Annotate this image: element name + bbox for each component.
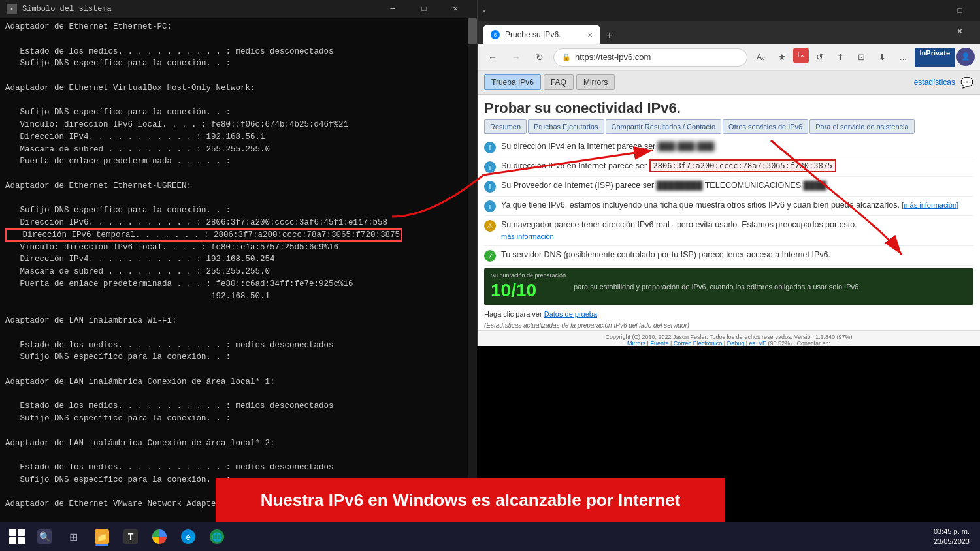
profile-btn[interactable]: 👤	[956, 48, 975, 66]
taskbar-active-indicator	[95, 544, 108, 546]
isp-detail-blurred: ████	[803, 180, 826, 192]
site-nav-faq[interactable]: FAQ	[544, 74, 574, 90]
url-bar[interactable]: 🔒 https://test-ipv6.com	[553, 48, 747, 67]
new-tab-btn[interactable]: +	[600, 26, 619, 44]
info-rows: i Su dirección IPv4 en la Internet parec…	[478, 138, 980, 266]
globe-icon: 🌐	[210, 529, 224, 544]
taskbar-globe[interactable]: 🌐	[204, 525, 230, 548]
click-data-link[interactable]: Datos de prueba	[544, 310, 597, 318]
browser-maximize-btn[interactable]: □	[945, 0, 975, 21]
t-icon: T	[123, 529, 138, 544]
browser-titlebar: ▪ ─ □ ✕	[478, 0, 980, 21]
info-icon-dns: ✓	[484, 250, 496, 262]
cmd-scrollbar[interactable]	[468, 18, 477, 522]
read-aloud-btn[interactable]: Aᵥ	[751, 48, 771, 67]
cmd-window: ▪ Símbolo del sistema ─ □ ✕ Adaptador de…	[0, 0, 477, 522]
share-btn[interactable]: ⬆	[831, 48, 851, 67]
score-number: 10/10	[491, 280, 566, 301]
info-text-warning: Su navegador parece tener dirección IPv6…	[501, 219, 973, 242]
isp-name-blurred: ████████	[657, 180, 703, 192]
download-btn[interactable]: ⬇	[873, 48, 892, 67]
info-text-ipv6: Su dirección IPv6 en Internet parece ser…	[501, 161, 973, 172]
browser-window-controls: ─ □ ✕	[945, 0, 975, 42]
stats-text: (Estadísticas actualizadas de la prepara…	[478, 321, 980, 330]
taskbar-explorer[interactable]: 📁	[89, 525, 115, 548]
taskbar-edge[interactable]: e	[175, 525, 201, 548]
info-text-dns: Tu servidor DNS (posiblemente controlado…	[501, 249, 973, 261]
search-icon: 🔍	[37, 529, 52, 544]
sub-tab-pruebas[interactable]: Pruebas Ejecutadas	[528, 119, 604, 134]
back-btn[interactable]: ←	[483, 48, 502, 67]
favorites-btn[interactable]: ★	[772, 48, 792, 67]
cmd-maximize-btn[interactable]: □	[409, 0, 439, 18]
site-nav-trueba[interactable]: Trueba IPv6	[484, 74, 541, 90]
score-section: Su puntación de preparación 10/10 para s…	[484, 268, 973, 305]
browser-close-btn[interactable]: ✕	[945, 21, 975, 42]
forward-btn[interactable]: →	[506, 48, 526, 67]
browser-tab-bar: 6 Pruebe su IPv6. ✕ +	[478, 21, 980, 44]
red-banner-text: Nuestra IPv6 en Windows es alcanzable po…	[261, 490, 681, 511]
cmd-body: Adaptador de Ethernet Ethernet-PC: Estad…	[0, 18, 477, 522]
start-button[interactable]	[5, 525, 29, 548]
edge-icon: e	[181, 529, 195, 544]
info-text-ipv6sites: Ya que tiene IPv6, estamos incluyendo un…	[501, 200, 973, 212]
more-tools-btn[interactable]: ...	[894, 48, 913, 67]
info-text-isp: Su Proveedor de Internet (ISP) parece se…	[501, 180, 973, 192]
tab-favicon: 6	[491, 30, 500, 39]
info-icon-isp: i	[484, 181, 496, 193]
cmd-scrollbar-thumb[interactable]	[468, 18, 477, 44]
mas-info-link-2[interactable]: más información	[501, 232, 554, 240]
click-data-text: Haga clic para ver	[484, 310, 542, 318]
collections-btn[interactable]: Lₒ	[793, 48, 809, 63]
click-data: Haga clic para ver Datos de prueba	[478, 307, 980, 321]
sub-tab-resumen[interactable]: Resumen	[484, 119, 527, 134]
info-icon-warning: ⚠	[484, 220, 496, 232]
footer-debug-link[interactable]: Debug	[727, 340, 745, 346]
footer-locale-link[interactable]: es_VE	[749, 340, 767, 346]
info-icon-ipv6sites: i	[484, 200, 496, 212]
taskbar: 🔍 ⊞ 📁 T e 🌐 03:45 p. m. 23/05/2023	[0, 522, 980, 551]
browser-nav: ← → ↻ 🔒 https://test-ipv6.com Aᵥ ★ Lₒ ↺ …	[478, 44, 980, 71]
browser1-icon	[152, 529, 167, 544]
taskbar-taskview[interactable]: ⊞	[60, 525, 86, 548]
sub-tab-compartir[interactable]: Compartir Resultados / Contacto	[606, 119, 722, 134]
taskbar-search[interactable]: 🔍	[31, 525, 57, 548]
info-text-ipv4: Su dirección IPv4 en la Internet parece …	[501, 141, 973, 153]
cmd-icon: ▪	[7, 4, 17, 14]
footer-mirrors-link[interactable]: Mirrors	[627, 340, 645, 346]
browser-tab-label: Pruebe su IPv6.	[505, 30, 561, 39]
info-row-ipv4: i Su dirección IPv4 en la Internet parec…	[484, 138, 973, 157]
sub-tab-asistencia[interactable]: Para el servicio de asistencia	[809, 119, 914, 134]
cmd-minimize-btn[interactable]: ─	[378, 0, 408, 18]
sub-tab-otros[interactable]: Otros servicios de IPv6	[723, 119, 808, 134]
chat-icon: 💬	[960, 76, 973, 89]
info-icon-ipv4: i	[484, 142, 496, 153]
cmd-output: Adaptador de Ethernet Ethernet-PC: Estad…	[5, 21, 472, 522]
site-nav-mirrors[interactable]: Mirrors	[576, 74, 615, 90]
footer-links: Mirrors | Fuente | Correo Electrónico | …	[484, 340, 973, 346]
score-desc: para su estabilidad y preparación de IPv…	[574, 283, 967, 291]
refresh-btn[interactable]: ↻	[530, 48, 549, 67]
info-row-ipv6: i Su dirección IPv6 en Internet parece s…	[484, 157, 973, 177]
taskbar-t[interactable]: T	[118, 525, 144, 548]
taskview-icon: ⊞	[66, 529, 80, 544]
website-content: Trueba IPv6 FAQ Mirrors estadísticas 💬 P…	[478, 71, 980, 346]
browser-active-tab[interactable]: 6 Pruebe su IPv6. ✕	[483, 25, 600, 44]
mas-info-link-1[interactable]: [más información]	[902, 201, 958, 209]
red-banner: Nuestra IPv6 en Windows es alcanzable po…	[216, 478, 725, 522]
cmd-titlebar: ▪ Símbolo del sistema ─ □ ✕	[0, 0, 477, 18]
taskbar-browser1[interactable]	[146, 525, 172, 548]
site-sub-tabs: Resumen Pruebas Ejecutadas Compartir Res…	[478, 119, 980, 138]
footer-email-link[interactable]: Correo Electrónico	[674, 340, 723, 346]
sidebar-btn[interactable]: ⊡	[852, 48, 872, 67]
ipv4-address-blurred: ███ ███ ███	[658, 141, 715, 153]
estadisticas-link[interactable]: estadísticas	[914, 78, 955, 87]
footer-fuente-link[interactable]: Fuente	[650, 340, 668, 346]
tab-close-btn[interactable]: ✕	[587, 31, 593, 39]
clock-time: 03:45 p. m.	[934, 527, 970, 537]
info-row-ipv6sites: i Ya que tiene IPv6, estamos incluyendo …	[484, 197, 973, 216]
refresh-page-btn[interactable]: ↺	[810, 48, 830, 67]
url-text: https://test-ipv6.com	[575, 52, 651, 62]
cmd-close-btn[interactable]: ✕	[440, 0, 470, 18]
ipv6-address-highlight: 2806:3f7:a200:cccc:78a7:3065:f720:3875	[649, 159, 837, 172]
